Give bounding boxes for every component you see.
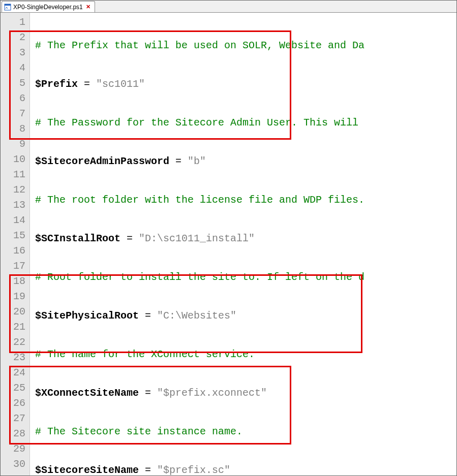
code-line: $SitecoreSiteName = "$prefix.sc" [35, 463, 456, 476]
code-line: # The Password for the Sitecore Admin Us… [35, 115, 456, 131]
code-line: $SCInstallRoot = "D:\sc1011_install" [35, 231, 456, 246]
tab-filename: XP0-SingleDeveloper.ps1 [13, 4, 83, 11]
code-line: # Root folder to install the site to. If… [35, 270, 456, 285]
tab-bar: XP0-SingleDeveloper.ps1 ✕ [1, 1, 456, 13]
code-line: # The Prefix that will be used on SOLR, … [35, 38, 456, 53]
code-line: $SitecoreAdminPassword = "b" [35, 154, 456, 169]
code-line: $XConnectSiteName = "$prefix.xconnect" [35, 386, 456, 401]
code-line: # The name for the XConnect service. [35, 347, 456, 362]
code-area[interactable]: # The Prefix that will be used on SOLR, … [30, 13, 456, 476]
code-line: # The root folder with the license file … [35, 193, 456, 208]
code-line: $SitePhysicalRoot = "C:\Websites" [35, 308, 456, 324]
code-line: # The Sitecore site instance name. [35, 424, 456, 439]
svg-rect-1 [5, 4, 11, 6]
code-editor[interactable]: 1 2 3 4 5 6 7 8 9 10 11 12 13 14 15 16 1… [1, 13, 456, 476]
file-icon [4, 4, 11, 11]
code-line: $Prefix = "sc1011" [35, 77, 456, 92]
file-tab[interactable]: XP0-SingleDeveloper.ps1 ✕ [2, 1, 95, 12]
close-icon[interactable]: ✕ [85, 4, 92, 10]
line-number-gutter: 1 2 3 4 5 6 7 8 9 10 11 12 13 14 15 16 1… [1, 13, 30, 476]
